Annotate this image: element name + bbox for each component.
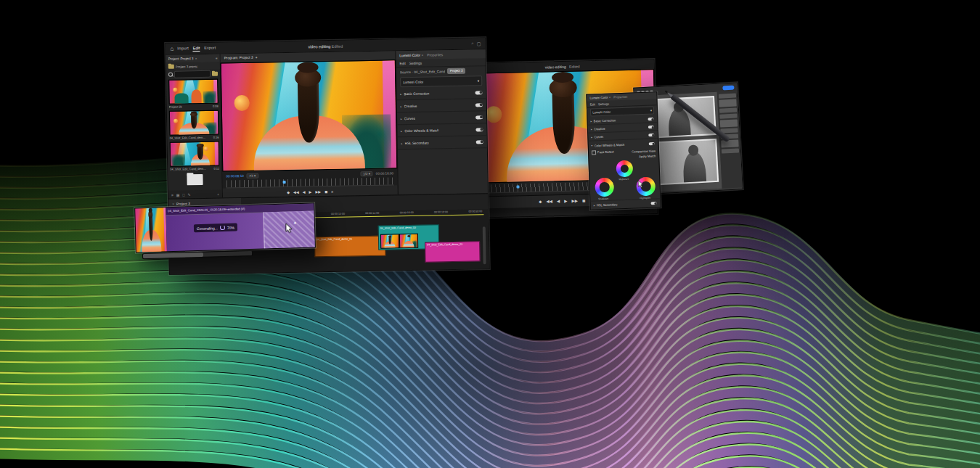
fit-dropdown[interactable]: Fit ▾ [247,173,258,178]
shadows-label: Shadows [598,197,608,200]
color-wheels-match-header[interactable]: ▸ Color Wheels & Match [592,140,656,149]
tab-export[interactable]: Export [204,45,216,51]
marker-button[interactable]: ◆ [287,189,290,194]
lumetri-preset-dropdown[interactable]: Lumetri Color ▾ [400,75,483,87]
chevron-down-icon: ▾ [478,79,480,83]
tool-icon[interactable]: ✎ [188,192,191,197]
search-icon[interactable]: ⌕ [471,41,473,46]
timeline-clip-pink[interactable]: 04_Shot_Edit_Cand_demo_03 [425,241,480,262]
apply-match-button[interactable]: Apply Match [639,154,656,158]
step-forward-button[interactable]: ▶▶ [315,189,321,194]
home-icon[interactable]: ⌂ [170,46,173,52]
tab-timeline[interactable]: Project 3 [176,202,190,205]
chevron-right-icon: ▸ [590,119,592,123]
workspaces-icon[interactable]: ▢ [477,41,481,46]
toggle-switch[interactable] [649,142,655,145]
search-input[interactable] [174,70,211,78]
modified-dot: ● [256,56,258,59]
close-icon[interactable]: × [195,57,197,60]
transport-button[interactable]: ◼ [582,198,586,202]
bin-thumbnail[interactable] [168,79,219,104]
tool-icon[interactable]: □ [182,192,184,197]
resolution-dropdown[interactable]: 1/2 ▾ [360,171,373,176]
adjustments-sidebar[interactable] [717,91,743,188]
playhead-timecode[interactable]: 00:00:08:10 [226,174,243,178]
bin-name: Project 3b [169,104,182,108]
tab-properties[interactable]: Properties [427,53,443,57]
timeline-clip-orange[interactable]: 04_Shot_Edit_Cand_demo_01 [314,236,385,258]
face-detect-checkbox[interactable]: Face Detect [592,149,614,155]
tab-edit[interactable]: Edit [193,46,200,52]
tool-icon[interactable]: ≡ [171,192,173,197]
play-button[interactable]: ▶ [564,199,567,203]
tab-lumetri-color[interactable]: Lumetri Color × [399,53,423,57]
section-creative[interactable]: ▸ Creative [396,99,486,112]
stop-button[interactable]: ◼ [324,189,327,194]
chevron-right-icon: ▸ [593,203,595,207]
prev-frame-button[interactable]: ◀ [303,189,306,194]
bin-duration: 0:16 [213,136,219,139]
toggle-switch[interactable] [475,103,483,107]
section-color-wheels-match[interactable]: ▸ Color Wheels & Match [397,123,487,137]
primary-action-button[interactable] [722,85,734,90]
new-bin-icon[interactable] [212,72,218,76]
tab-edit[interactable]: Edit [590,102,595,106]
step-back-button[interactable]: ◀◀ [293,189,299,194]
toggle-switch[interactable] [648,126,654,128]
timeline-scrollbar[interactable] [483,226,486,264]
settings-button[interactable]: ≡ [331,189,333,193]
toggle-switch[interactable] [648,134,654,136]
chevron-right-icon: ▸ [591,135,592,139]
close-icon[interactable]: × [172,202,174,205]
clip-thumbnail [135,208,167,252]
toggle-switch[interactable] [475,128,483,131]
new-item-icon[interactable]: + [217,192,219,196]
bin-thumbnail[interactable] [170,141,220,167]
tool-icon[interactable]: ▦ [176,192,180,197]
lumetri-color-panel-docked: Lumetri Color × Properties Edit Settings… [395,49,488,194]
clip-chip[interactable]: Project 3 [447,68,465,74]
chevron-right-icon: ▸ [400,104,401,108]
back-window-title: video editing [545,64,566,69]
panel-menu-icon[interactable]: ≡ [216,57,218,60]
toggle-switch[interactable] [648,118,653,120]
transport-button[interactable]: ▶▶ [571,199,578,203]
bin-item[interactable]: Project 3b0:08 [166,78,221,110]
transport-button[interactable]: ◆ [539,200,542,204]
bin-duration: 0:08 [213,104,219,108]
bin-thumbnail[interactable] [169,110,219,136]
tab-program[interactable]: Program: Project 3 [224,56,253,60]
tab-settings[interactable]: Settings [409,61,422,65]
tab-edit[interactable]: Edit [399,62,405,65]
section-hsl-secondary[interactable]: ▸ HSL Secondary [397,136,487,149]
chevron-right-icon: ▸ [401,141,402,145]
chevron-right-icon: ▸ [400,92,401,96]
toggle-switch[interactable] [475,91,482,94]
extended-clip[interactable]: 04_Shot_Edit_Cand_0120.01_-0120.18.09+ex… [166,204,315,252]
duration-timecode: 00:00:16:00 [376,171,393,175]
comparison-view-button[interactable]: Comparison View [632,149,656,153]
transport-button[interactable]: ◀◀ [546,199,552,203]
bin-item[interactable]: 04_Shot_Edit_Cand_demo_010:16 [167,110,221,141]
tab-project[interactable]: Project: Project 3 [168,57,194,61]
play-button[interactable]: ▶ [309,189,312,194]
search-icon [168,73,173,77]
tab-settings[interactable]: Settings [598,102,609,106]
transport-button[interactable]: ◀ [557,199,560,203]
tab-import[interactable]: Import [177,46,189,52]
toggle-switch[interactable] [476,140,483,144]
sparkle-icon: ✦ [293,220,297,225]
project-title: video editing [308,44,330,49]
folder-icon[interactable] [187,174,203,185]
toggle-switch[interactable] [650,201,656,204]
bin-item[interactable]: 04_Shot_Edit_Cand_demo_020:12 [168,141,222,173]
section-hsl-secondary[interactable]: ▸ HSL Secondary [590,199,660,208]
shadows-wheel[interactable] [595,178,614,197]
toggle-switch[interactable] [475,115,483,119]
section-basic-correction[interactable]: ▸ Basic Correction [396,86,486,100]
section-curves[interactable]: ▸ Curves [397,111,487,125]
tab-lumetri-color[interactable]: Lumetri Color × [589,96,611,100]
midtones-wheel[interactable] [616,160,633,178]
program-monitor: Program: Project 3 ● 00:00:08:10 Fit ▾ 1… [221,51,398,197]
tab-properties[interactable]: Properties [613,95,627,99]
